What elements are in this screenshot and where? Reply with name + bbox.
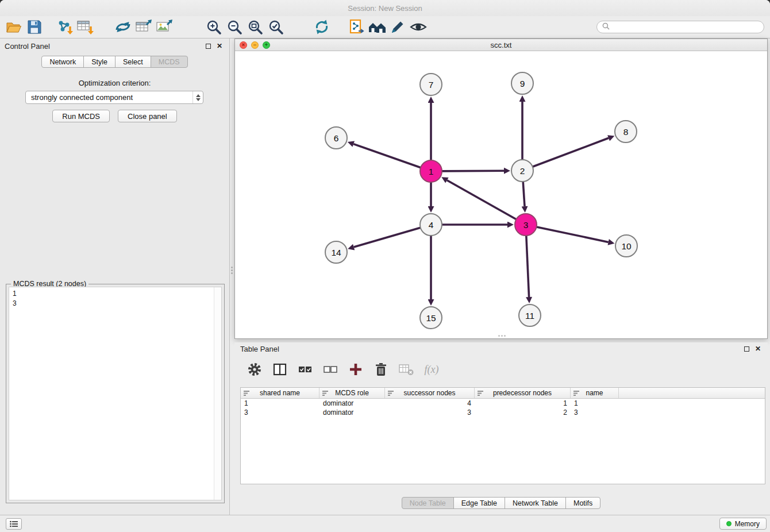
export-table-icon[interactable] <box>133 17 154 37</box>
network-pane-grip[interactable] <box>498 335 500 337</box>
tab-node-table[interactable]: Node Table <box>402 497 454 509</box>
close-window-icon[interactable]: × <box>240 41 247 49</box>
tab-network[interactable]: Network <box>41 56 84 68</box>
tab-edge-table[interactable]: Edge Table <box>453 497 505 509</box>
network-view-window: × − + scc.txt 7968124314101511 <box>234 38 768 339</box>
deselect-all-columns-icon[interactable] <box>322 361 339 378</box>
cell-successor-nodes: 4 <box>385 399 475 408</box>
edge-1-2[interactable] <box>442 171 504 171</box>
node-label-2: 2 <box>520 166 525 176</box>
list-icon <box>10 521 18 527</box>
mcds-result-line: 1 <box>13 289 218 299</box>
refresh-layout-icon[interactable] <box>311 17 332 37</box>
edge-3-10[interactable] <box>537 227 609 242</box>
edge-3-1[interactable] <box>447 180 517 219</box>
float-panel-icon[interactable] <box>206 44 211 49</box>
node-label-6: 6 <box>334 133 339 143</box>
close-panel-button[interactable]: Close panel <box>118 110 177 122</box>
status-bar: Memory <box>0 515 770 532</box>
table-row[interactable]: 1 dominator 4 1 1 <box>241 399 765 408</box>
search-icon <box>602 22 610 32</box>
mcds-result-list[interactable]: 1 3 <box>9 287 222 500</box>
table-panel: Table Panel ✕ <box>234 342 768 511</box>
mcds-result-line: 3 <box>13 299 218 309</box>
column-header-mcds-role[interactable]: MCDS role <box>319 388 385 398</box>
edge-3-11[interactable] <box>526 236 529 297</box>
gear-icon[interactable] <box>246 361 263 378</box>
tab-network-table[interactable]: Network Table <box>505 497 566 509</box>
delete-column-icon[interactable] <box>372 361 390 378</box>
cell-shared-name: 3 <box>241 408 319 417</box>
table-row[interactable]: 3 dominator 3 2 3 <box>241 408 765 417</box>
result-scrollbar[interactable] <box>214 287 221 500</box>
column-sort-icon <box>244 390 250 398</box>
export-network-icon[interactable] <box>113 17 133 37</box>
search-input[interactable] <box>613 23 759 31</box>
clone-network-icon[interactable] <box>346 17 367 37</box>
mcds-result-group: MCDS result (2 nodes) 1 3 <box>6 284 225 503</box>
network-window-titlebar: × − + scc.txt <box>235 39 767 51</box>
panel-divider-grip[interactable] <box>231 267 233 268</box>
cell-successor-nodes: 3 <box>385 408 475 417</box>
destroy-table-icon <box>398 361 415 378</box>
column-header-shared-name[interactable]: shared name <box>241 388 319 398</box>
zoom-window-icon[interactable]: + <box>263 41 270 49</box>
column-header-successor-nodes[interactable]: successor nodes <box>385 388 475 398</box>
memory-label: Memory <box>735 520 760 528</box>
zoom-in-icon[interactable] <box>203 17 224 37</box>
node-table: shared name MCDS role successor nodes pr… <box>240 387 765 484</box>
node-label-9: 9 <box>520 79 525 88</box>
control-panel-header: Control Panel ✕ <box>0 38 229 53</box>
save-session-icon[interactable] <box>24 17 45 37</box>
tab-style[interactable]: Style <box>83 56 116 68</box>
node-label-14: 14 <box>331 248 341 257</box>
export-image-icon[interactable] <box>154 17 175 37</box>
table-panel-title: Table Panel <box>240 345 279 353</box>
close-panel-icon[interactable]: ✕ <box>217 43 222 49</box>
app-window: Session: New Session <box>0 0 770 532</box>
window-title: Session: New Session <box>348 4 422 13</box>
cell-mcds-role: dominator <box>319 408 385 417</box>
add-column-icon[interactable] <box>347 361 364 378</box>
cell-shared-name: 1 <box>241 399 319 408</box>
style-pen-icon[interactable] <box>387 17 408 37</box>
node-label-4: 4 <box>429 220 434 230</box>
edge-1-6[interactable] <box>353 144 421 168</box>
cell-predecessor-nodes: 1 <box>475 399 571 408</box>
table-panel-header: Table Panel ✕ <box>234 342 768 355</box>
run-mcds-button[interactable]: Run MCDS <box>52 110 110 122</box>
show-columns-icon[interactable] <box>271 361 288 378</box>
open-session-icon[interactable] <box>3 17 24 37</box>
column-header-predecessor-nodes[interactable]: predecessor nodes <box>475 388 571 398</box>
zoom-out-icon[interactable] <box>224 17 245 37</box>
select-all-columns-icon[interactable] <box>297 361 314 378</box>
tab-motifs[interactable]: Motifs <box>565 497 600 509</box>
edge-2-3[interactable] <box>523 182 525 206</box>
eye-icon[interactable] <box>408 17 429 37</box>
zoom-selected-icon[interactable] <box>265 17 286 37</box>
close-table-panel-icon[interactable]: ✕ <box>755 345 761 352</box>
control-panel: Control Panel ✕ Network Style Select MCD… <box>0 38 230 515</box>
criterion-select[interactable]: strongly connected component <box>25 91 203 104</box>
network-canvas[interactable]: 7968124314101511 <box>235 51 767 338</box>
network-window-title: scc.txt <box>491 41 512 49</box>
import-table-icon[interactable] <box>75 17 95 37</box>
column-sort-icon <box>478 390 484 398</box>
column-header-name[interactable]: name <box>571 388 619 398</box>
homes-icon[interactable] <box>367 17 387 37</box>
float-table-panel-icon[interactable] <box>744 346 749 352</box>
search-field[interactable] <box>596 21 764 33</box>
minimize-window-icon[interactable]: − <box>251 41 259 49</box>
edge-2-8[interactable] <box>533 138 609 167</box>
memory-status-dot <box>726 521 732 526</box>
edge-4-14[interactable] <box>354 228 421 247</box>
import-network-icon[interactable] <box>54 17 75 37</box>
cell-predecessor-nodes: 2 <box>475 408 571 417</box>
zoom-fit-icon[interactable] <box>245 17 265 37</box>
control-panel-title: Control Panel <box>5 42 50 51</box>
task-history-button[interactable] <box>6 518 22 530</box>
cell-name: 1 <box>571 399 619 408</box>
tab-select[interactable]: Select <box>115 56 151 68</box>
tab-mcds[interactable]: MCDS <box>151 56 188 68</box>
memory-button[interactable]: Memory <box>719 518 767 530</box>
